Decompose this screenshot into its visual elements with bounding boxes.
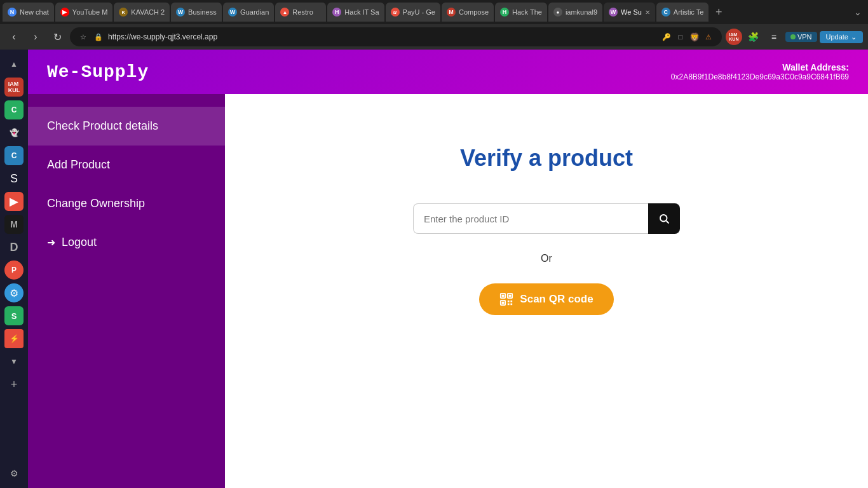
svg-rect-8 (508, 301, 510, 302)
tab-label: Artistic Te (674, 8, 703, 16)
tab-artistic[interactable]: C Artistic Te (656, 3, 709, 22)
settings-icon[interactable]: ⚙ (4, 464, 24, 483)
tab-compose[interactable]: M Compose (442, 3, 494, 22)
wallet-label: Wallet Address: (671, 62, 849, 72)
tab-favicon: W (609, 8, 618, 17)
browser-layout: ▲ IAMKUL C 👻 C S ▶ M D P ⚙ S ⚡ ▼ + ⚙ We-… (0, 50, 868, 488)
svg-rect-5 (509, 295, 512, 297)
nav-sidebar: Check Product details Add Product Change… (28, 94, 225, 488)
search-row (413, 203, 680, 234)
vpn-dot (790, 34, 796, 39)
add-sidebar-button[interactable]: + (4, 375, 24, 394)
wallet-address: 0x2A8B9f1De8b8f4123De9c69a3C0c9a9C6841fB… (671, 72, 849, 81)
forward-button[interactable]: › (27, 28, 44, 46)
address-bar: ‹ › ↻ ☆ 🔒 https://we-supply-qjt3.vercel.… (0, 24, 868, 50)
tab-payu[interactable]: u PayU - Ge (386, 3, 440, 22)
avatar-initials: IAMKUN (729, 32, 738, 41)
scan-qr-button[interactable]: Scan QR code (479, 283, 613, 315)
back-button[interactable]: ‹ (5, 28, 23, 46)
bs-letter-s-icon[interactable]: S (4, 169, 24, 188)
bs-m-icon[interactable]: M (4, 215, 24, 234)
address-icons: 🔑 □ 🦁 ⚠ (661, 31, 714, 43)
tab-hack-it[interactable]: H Hack IT Sa (327, 3, 384, 22)
bookmark-icon: ☆ (78, 31, 89, 43)
tab-favicon: K (119, 8, 128, 17)
nav-item-add-product[interactable]: Add Product (28, 146, 225, 184)
tab-favicon: ▶ (60, 8, 69, 17)
toolbar-right: IAMKUN 🧩 ≡ VPN Update ⌄ (726, 28, 863, 46)
address-input[interactable]: ☆ 🔒 https://we-supply-qjt3.vercel.app 🔑 … (70, 27, 722, 46)
logout-icon: ➜ (47, 236, 55, 248)
nav-item-logout[interactable]: ➜ Logout (28, 223, 225, 262)
tab-we-supply[interactable]: W We Su ✕ (604, 3, 655, 22)
bs-ghost-icon[interactable]: 👻 (4, 123, 24, 142)
page-content: We-Supply Wallet Address: 0x2A8B9f1De8b8… (28, 50, 868, 488)
tab-youtube[interactable]: ▶ YouTube M (55, 3, 112, 22)
tab-guardian[interactable]: W Guardian (223, 3, 274, 22)
svg-rect-9 (511, 301, 513, 302)
wallet-info: Wallet Address: 0x2A8B9f1De8b8f4123De9c6… (671, 62, 849, 81)
app-logo: We-Supply (47, 62, 149, 82)
svg-rect-7 (502, 302, 505, 304)
tab-kavach[interactable]: K KAVACH 2 (114, 3, 170, 22)
bs-d-icon[interactable]: D (4, 238, 24, 257)
tab-new-chat[interactable]: N New chat (3, 3, 54, 22)
bs-at-icon[interactable]: ⚙ (4, 283, 24, 302)
svg-rect-10 (508, 303, 510, 305)
qr-code-icon (499, 292, 513, 306)
shield-icon: ⚠ (703, 31, 714, 43)
reload-button[interactable]: ↻ (48, 28, 66, 46)
tab-label: KAVACH 2 (131, 8, 165, 16)
brave-icon: 🦁 (689, 31, 700, 43)
tab-label: New chat (20, 8, 49, 16)
bs-sublime-icon[interactable]: S (4, 306, 24, 325)
tab-favicon: u (391, 8, 400, 17)
extensions-icon[interactable]: 🧩 (745, 28, 763, 46)
new-tab-button[interactable]: + (710, 3, 728, 21)
or-text: Or (541, 253, 552, 264)
bs-c2-icon[interactable]: C (4, 146, 24, 165)
url-text: https://we-supply-qjt3.vercel.app (108, 32, 657, 41)
tab-label: PayU - Ge (403, 8, 435, 16)
nav-item-label: Check Product details (47, 119, 158, 133)
tab-business[interactable]: W Business (171, 3, 222, 22)
tab-restro[interactable]: ▲ Restro (275, 3, 326, 22)
bs-youtube-icon[interactable]: ▶ (4, 192, 24, 211)
tab-favicon: N (8, 8, 17, 17)
scan-qr-label: Scan QR code (520, 293, 593, 306)
tab-favicon: M (447, 8, 456, 17)
bs-red-icon[interactable]: ⚡ (4, 329, 24, 348)
tab-list-button[interactable]: ⌄ (850, 4, 865, 20)
update-button[interactable]: Update ⌄ (820, 31, 863, 43)
tab-iamkunal[interactable]: ● iamkunal9 (548, 3, 602, 22)
user-avatar[interactable]: IAMKUN (726, 29, 742, 45)
bs-iamkunal-icon[interactable]: IAMKUL (4, 78, 24, 97)
tab-label: Guardian (240, 8, 269, 16)
search-button[interactable] (648, 203, 680, 234)
tab-label: Hack IT Sa (344, 8, 379, 16)
scroll-up-button[interactable]: ▲ (4, 55, 24, 74)
tab-hack-the[interactable]: H Hack The (495, 3, 547, 22)
tab-label: Hack The (512, 8, 542, 16)
update-label: Update (826, 33, 848, 41)
bs-c-icon[interactable]: C (4, 100, 24, 119)
tab-favicon: W (176, 8, 185, 17)
nav-item-label: Logout (62, 236, 97, 249)
page-title: Verify a product (460, 145, 633, 172)
lock-icon: 🔒 (93, 31, 104, 43)
main-area: Verify a product Or (225, 94, 868, 488)
menu-icon[interactable]: ≡ (765, 28, 783, 46)
product-id-input[interactable] (413, 203, 648, 234)
chevron-down-icon: ⌄ (851, 33, 857, 41)
nav-item-label: Add Product (47, 158, 110, 172)
scroll-down-button[interactable]: ▼ (4, 352, 24, 371)
svg-rect-11 (511, 303, 513, 305)
nav-item-change-ownership[interactable]: Change Ownership (28, 184, 225, 223)
tab-close-icon[interactable]: ✕ (645, 9, 650, 16)
svg-rect-3 (502, 295, 505, 297)
app-header: We-Supply Wallet Address: 0x2A8B9f1De8b8… (28, 50, 868, 94)
bs-p-icon[interactable]: P (4, 261, 24, 280)
tab-favicon: H (500, 8, 509, 17)
nav-item-check-product[interactable]: Check Product details (28, 107, 225, 146)
vpn-button[interactable]: VPN (785, 32, 817, 42)
